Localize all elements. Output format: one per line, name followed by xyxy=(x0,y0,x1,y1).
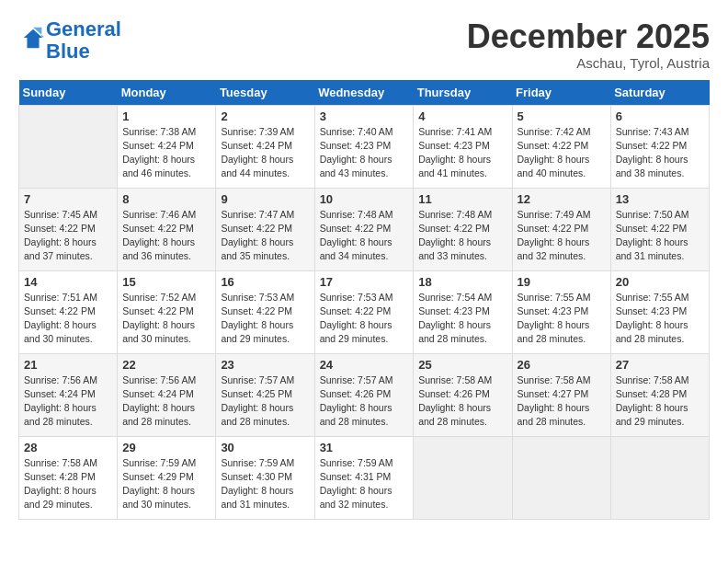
day-number: 22 xyxy=(122,358,210,372)
day-number: 9 xyxy=(221,192,309,206)
calendar-cell: 22Sunrise: 7:56 AMSunset: 4:24 PMDayligh… xyxy=(118,353,216,436)
day-info: Sunrise: 7:59 AMSunset: 4:31 PMDaylight:… xyxy=(320,456,409,512)
day-info: Sunrise: 7:57 AMSunset: 4:26 PMDaylight:… xyxy=(320,373,409,430)
day-info: Sunrise: 7:43 AMSunset: 4:22 PMDaylight:… xyxy=(616,125,704,181)
calendar-cell: 12Sunrise: 7:49 AMSunset: 4:22 PMDayligh… xyxy=(512,188,610,270)
calendar-cell: 30Sunrise: 7:59 AMSunset: 4:30 PMDayligh… xyxy=(216,436,314,519)
day-number: 5 xyxy=(518,109,606,123)
page-header: General Blue December 2025 Aschau, Tyrol… xyxy=(18,18,710,71)
calendar-cell: 20Sunrise: 7:55 AMSunset: 4:23 PMDayligh… xyxy=(610,270,709,353)
day-header-sunday: Sunday xyxy=(19,80,118,106)
day-number: 2 xyxy=(221,109,309,123)
calendar-week-4: 21Sunrise: 7:56 AMSunset: 4:24 PMDayligh… xyxy=(19,353,710,436)
day-info: Sunrise: 7:51 AMSunset: 4:22 PMDaylight:… xyxy=(24,291,112,347)
calendar-header-row: SundayMondayTuesdayWednesdayThursdayFrid… xyxy=(19,80,710,106)
calendar-cell: 19Sunrise: 7:55 AMSunset: 4:23 PMDayligh… xyxy=(512,270,610,353)
day-number: 15 xyxy=(122,275,210,289)
day-info: Sunrise: 7:55 AMSunset: 4:23 PMDaylight:… xyxy=(518,291,606,347)
day-number: 29 xyxy=(122,441,210,454)
calendar-cell: 21Sunrise: 7:56 AMSunset: 4:24 PMDayligh… xyxy=(19,353,118,436)
day-number: 30 xyxy=(221,441,309,454)
calendar-table: SundayMondayTuesdayWednesdayThursdayFrid… xyxy=(18,80,710,520)
calendar-cell: 31Sunrise: 7:59 AMSunset: 4:31 PMDayligh… xyxy=(314,436,414,519)
day-number: 31 xyxy=(320,441,409,454)
logo: General Blue xyxy=(18,18,121,63)
day-info: Sunrise: 7:48 AMSunset: 4:22 PMDaylight:… xyxy=(320,208,409,264)
day-info: Sunrise: 7:55 AMSunset: 4:23 PMDaylight:… xyxy=(616,291,704,347)
calendar-cell: 25Sunrise: 7:58 AMSunset: 4:26 PMDayligh… xyxy=(414,353,512,436)
day-info: Sunrise: 7:39 AMSunset: 4:24 PMDaylight:… xyxy=(221,125,309,181)
day-info: Sunrise: 7:58 AMSunset: 4:28 PMDaylight:… xyxy=(24,456,112,512)
day-info: Sunrise: 7:40 AMSunset: 4:23 PMDaylight:… xyxy=(320,125,409,181)
calendar-week-2: 7Sunrise: 7:45 AMSunset: 4:22 PMDaylight… xyxy=(19,188,710,270)
logo-text: General Blue xyxy=(46,18,121,63)
calendar-week-1: 1Sunrise: 7:38 AMSunset: 4:24 PMDaylight… xyxy=(19,105,710,188)
day-number: 16 xyxy=(221,275,309,289)
day-info: Sunrise: 7:49 AMSunset: 4:22 PMDaylight:… xyxy=(518,208,606,264)
day-info: Sunrise: 7:58 AMSunset: 4:28 PMDaylight:… xyxy=(616,373,704,430)
day-header-saturday: Saturday xyxy=(610,80,709,106)
day-number: 24 xyxy=(320,358,409,372)
day-info: Sunrise: 7:59 AMSunset: 4:30 PMDaylight:… xyxy=(221,456,309,512)
day-info: Sunrise: 7:54 AMSunset: 4:23 PMDaylight:… xyxy=(418,291,506,347)
calendar-cell: 7Sunrise: 7:45 AMSunset: 4:22 PMDaylight… xyxy=(19,188,118,270)
calendar-cell: 27Sunrise: 7:58 AMSunset: 4:28 PMDayligh… xyxy=(610,353,709,436)
calendar-cell: 11Sunrise: 7:48 AMSunset: 4:22 PMDayligh… xyxy=(414,188,512,270)
day-number: 12 xyxy=(518,192,606,206)
day-info: Sunrise: 7:41 AMSunset: 4:23 PMDaylight:… xyxy=(418,125,506,181)
calendar-cell: 29Sunrise: 7:59 AMSunset: 4:29 PMDayligh… xyxy=(118,436,216,519)
day-info: Sunrise: 7:57 AMSunset: 4:25 PMDaylight:… xyxy=(221,373,309,430)
day-number: 26 xyxy=(518,358,606,372)
day-header-tuesday: Tuesday xyxy=(216,80,314,106)
day-info: Sunrise: 7:56 AMSunset: 4:24 PMDaylight:… xyxy=(122,373,210,430)
day-info: Sunrise: 7:53 AMSunset: 4:22 PMDaylight:… xyxy=(320,291,409,347)
day-header-thursday: Thursday xyxy=(414,80,512,106)
day-number: 1 xyxy=(122,109,210,123)
calendar-cell xyxy=(414,436,512,519)
day-number: 25 xyxy=(418,358,506,372)
location-subtitle: Aschau, Tyrol, Austria xyxy=(467,55,710,71)
calendar-cell xyxy=(512,436,610,519)
calendar-cell: 16Sunrise: 7:53 AMSunset: 4:22 PMDayligh… xyxy=(216,270,314,353)
calendar-cell: 9Sunrise: 7:47 AMSunset: 4:22 PMDaylight… xyxy=(216,188,314,270)
day-info: Sunrise: 7:59 AMSunset: 4:29 PMDaylight:… xyxy=(122,456,210,512)
calendar-cell: 1Sunrise: 7:38 AMSunset: 4:24 PMDaylight… xyxy=(118,105,216,188)
title-block: December 2025 Aschau, Tyrol, Austria xyxy=(467,18,710,71)
day-info: Sunrise: 7:45 AMSunset: 4:22 PMDaylight:… xyxy=(24,208,112,264)
calendar-cell: 17Sunrise: 7:53 AMSunset: 4:22 PMDayligh… xyxy=(314,270,414,353)
day-info: Sunrise: 7:47 AMSunset: 4:22 PMDaylight:… xyxy=(221,208,309,264)
day-number: 21 xyxy=(24,358,112,372)
day-number: 20 xyxy=(616,275,704,289)
day-info: Sunrise: 7:52 AMSunset: 4:22 PMDaylight:… xyxy=(122,291,210,347)
day-number: 18 xyxy=(418,275,506,289)
day-number: 19 xyxy=(518,275,606,289)
day-header-wednesday: Wednesday xyxy=(314,80,414,106)
day-number: 17 xyxy=(320,275,409,289)
month-title: December 2025 xyxy=(467,18,710,55)
day-info: Sunrise: 7:48 AMSunset: 4:22 PMDaylight:… xyxy=(418,208,506,264)
day-info: Sunrise: 7:58 AMSunset: 4:26 PMDaylight:… xyxy=(418,373,506,430)
day-number: 13 xyxy=(616,192,704,206)
day-header-friday: Friday xyxy=(512,80,610,106)
calendar-cell: 6Sunrise: 7:43 AMSunset: 4:22 PMDaylight… xyxy=(610,105,709,188)
calendar-cell: 23Sunrise: 7:57 AMSunset: 4:25 PMDayligh… xyxy=(216,353,314,436)
calendar-cell: 10Sunrise: 7:48 AMSunset: 4:22 PMDayligh… xyxy=(314,188,414,270)
calendar-cell: 3Sunrise: 7:40 AMSunset: 4:23 PMDaylight… xyxy=(314,105,414,188)
calendar-cell: 24Sunrise: 7:57 AMSunset: 4:26 PMDayligh… xyxy=(314,353,414,436)
calendar-week-5: 28Sunrise: 7:58 AMSunset: 4:28 PMDayligh… xyxy=(19,436,710,519)
day-number: 7 xyxy=(24,192,112,206)
day-number: 14 xyxy=(24,275,112,289)
calendar-cell: 2Sunrise: 7:39 AMSunset: 4:24 PMDaylight… xyxy=(216,105,314,188)
day-info: Sunrise: 7:42 AMSunset: 4:22 PMDaylight:… xyxy=(518,125,606,181)
day-info: Sunrise: 7:56 AMSunset: 4:24 PMDaylight:… xyxy=(24,373,112,430)
day-number: 11 xyxy=(418,192,506,206)
logo-icon xyxy=(20,26,46,52)
calendar-cell xyxy=(610,436,709,519)
day-number: 23 xyxy=(221,358,309,372)
calendar-cell: 28Sunrise: 7:58 AMSunset: 4:28 PMDayligh… xyxy=(19,436,118,519)
calendar-cell: 14Sunrise: 7:51 AMSunset: 4:22 PMDayligh… xyxy=(19,270,118,353)
calendar-cell: 26Sunrise: 7:58 AMSunset: 4:27 PMDayligh… xyxy=(512,353,610,436)
day-info: Sunrise: 7:58 AMSunset: 4:27 PMDaylight:… xyxy=(518,373,606,430)
day-number: 4 xyxy=(418,109,506,123)
day-info: Sunrise: 7:50 AMSunset: 4:22 PMDaylight:… xyxy=(616,208,704,264)
